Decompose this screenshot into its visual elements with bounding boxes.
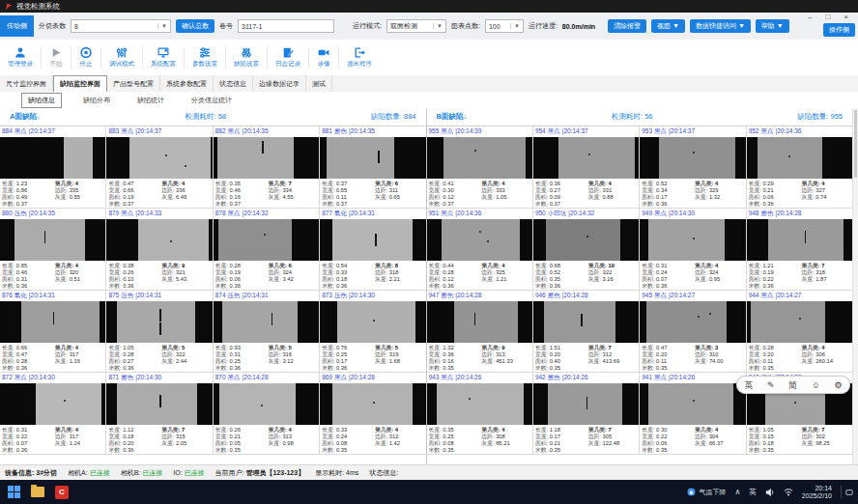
clear-alarm-button[interactable]: 清除报警 (608, 19, 646, 33)
defect-thumbnail[interactable] (640, 137, 745, 179)
defect-thumbnail[interactable] (214, 219, 319, 261)
defect-thumbnail[interactable] (533, 301, 639, 343)
defect-cell[interactable]: 884黑点|20:14:37 长度: 1.23宽度: 0.86面积: 0.49米… (0, 126, 105, 208)
taskbar-clock[interactable]: 20:14 2025/2/10 (802, 485, 832, 500)
defect-cell[interactable]: 869黑点|20:14:28 长度: 0.33宽度: 0.24面积: 0.08米… (320, 373, 425, 454)
defect-cell[interactable]: 877氧化|20:14:31 长度: 0.54宽度: 0.33面积: 0.18米… (320, 209, 425, 290)
chart-points-select[interactable]: 100 ▼ (485, 19, 524, 33)
action-defect-settings[interactable]: 缺陷设置 (226, 46, 267, 69)
defect-cell[interactable]: 941黑点|20:14:26 长度: 0.30宽度: 0.22面积: 0.06米… (640, 373, 745, 454)
defect-thumbnail[interactable] (106, 137, 212, 179)
action-debug[interactable]: 调试模式 (101, 46, 142, 69)
defect-cell[interactable]: 883黑点|20:14:37 长度: 0.47宽度: 0.66面积: 0.19米… (106, 126, 212, 208)
defect-cell[interactable]: 945黑点|20:14:27 长度: 0.47宽度: 0.20面积: 0.11米… (640, 291, 745, 372)
speaker-icon[interactable] (765, 488, 775, 497)
action-log[interactable]: 日志记录 (268, 46, 308, 69)
defect-cell[interactable]: 944黑点|20:14:27 长度: 0.28宽度: 0.20面积: 0.11米… (747, 291, 852, 372)
defect-cell[interactable]: 952黑点|20:14:36 长度: 0.29宽度: 0.21面积: 0.06米… (747, 126, 852, 208)
defect-cell[interactable]: 873压伤|20:14:30 长度: 0.76宽度: 0.25面积: 0.17米… (320, 291, 425, 372)
action-play[interactable]: 开始 (42, 46, 71, 69)
defect-thumbnail[interactable] (214, 383, 319, 425)
defect-cell[interactable]: 874压伤|20:14:31 长度: 0.93宽度: 0.31面积: 0.25米… (214, 291, 319, 372)
ime-emoji-icon[interactable]: ☺ (812, 380, 820, 390)
action-stop[interactable]: 停止 (72, 46, 100, 69)
roll-number-input[interactable]: 3117-1 (238, 19, 334, 33)
tab-2[interactable]: 产品型号配置 (107, 75, 160, 92)
defect-cell[interactable]: 951黑点|20:14:36 长度: 0.44宽度: 0.28面积: 0.12米… (427, 209, 532, 290)
minimize-button[interactable]: – (808, 14, 812, 21)
defect-thumbnail[interactable] (320, 219, 425, 261)
defect-thumbnail[interactable] (320, 301, 425, 343)
defect-thumbnail[interactable] (640, 219, 745, 261)
app-taskbar-button[interactable]: C (53, 484, 71, 501)
subtab-3[interactable]: 分类信息统计 (186, 94, 238, 107)
subtab-0[interactable]: 缺陷信息 (21, 93, 62, 108)
action-exit[interactable]: 退出程序 (339, 46, 380, 69)
ime-pen-icon[interactable]: ✎ (767, 380, 775, 390)
defect-cell[interactable]: 955黑点|20:14:39 长度: 0.41宽度: 0.30面积: 0.12米… (427, 126, 532, 208)
operator-side-button[interactable]: 操作侧 (823, 23, 855, 37)
defect-cell[interactable]: 875压伤|20:14:31 长度: 1.05宽度: 0.28面积: 0.27米… (106, 291, 212, 372)
network-icon[interactable] (784, 488, 793, 497)
subtab-1[interactable]: 缺陷分布 (77, 94, 116, 107)
defect-cell[interactable]: 878黑点|20:14:32 长度: 0.28宽度: 0.19面积: 0.06米… (214, 209, 319, 290)
view-menu-button[interactable]: 视图 ▼ (651, 19, 685, 33)
defect-thumbnail[interactable] (214, 137, 319, 179)
weather-widget[interactable]: 气温下降 (687, 488, 726, 497)
help-menu-button[interactable]: 帮助 ▼ (756, 19, 789, 33)
run-mode-select[interactable]: 双面检测 ▼ (386, 19, 446, 33)
defect-cell[interactable]: 949黑点|20:14:30 长度: 0.31宽度: 0.24面积: 0.07米… (640, 209, 745, 290)
ime-settings-icon[interactable]: ⚙ (835, 380, 843, 390)
file-explorer-button[interactable] (29, 484, 46, 501)
maximize-button[interactable]: □ (825, 14, 830, 21)
defect-cell[interactable]: 950小凹坑|20:14:32 长度: 0.68宽度: 0.52面积: 0.35… (533, 209, 639, 290)
tab-0[interactable]: 尺寸监控界面 (0, 75, 53, 92)
defect-thumbnail[interactable] (106, 219, 212, 261)
defect-thumbnail[interactable] (747, 137, 852, 179)
notification-center-button[interactable] (841, 486, 853, 499)
defect-cell[interactable]: 943黑点|20:14:26 长度: 0.35宽度: 0.25面积: 0.08米… (427, 373, 532, 454)
defect-thumbnail[interactable] (106, 301, 212, 343)
defect-thumbnail[interactable] (533, 219, 639, 261)
defect-cell[interactable]: 879黑点|20:14:33 长度: 0.38宽度: 0.26面积: 0.10米… (106, 209, 212, 290)
defect-thumbnail[interactable] (747, 301, 852, 343)
defect-cell[interactable]: 872黑点|20:14:30 长度: 0.31宽度: 0.22面积: 0.07米… (0, 373, 105, 454)
ime-simplified-toggle[interactable]: 简 (788, 380, 797, 390)
defect-cell[interactable]: 871擦伤|20:14:30 长度: 1.12宽度: 0.18面积: 0.20米… (106, 373, 212, 454)
start-button[interactable] (5, 484, 22, 501)
defect-thumbnail[interactable] (0, 383, 105, 425)
subtab-2[interactable]: 缺陷统计 (131, 94, 170, 107)
defect-cell[interactable]: 881擦伤|20:14:35 长度: 0.37宽度: 0.55面积: 0.11米… (320, 126, 425, 208)
defect-cell[interactable]: 946擦伤|20:14:28 长度: 1.51宽度: 0.20面积: 0.40米… (533, 291, 639, 372)
ime-lang-toggle[interactable]: 英 (744, 380, 753, 390)
defect-thumbnail[interactable] (427, 219, 532, 261)
scrollbar-thumb[interactable] (854, 110, 857, 178)
defect-thumbnail[interactable] (320, 137, 425, 179)
defect-cell[interactable]: 942擦伤|20:14:26 长度: 1.18宽度: 0.17面积: 0.21米… (533, 373, 639, 454)
defect-thumbnail[interactable] (640, 383, 745, 425)
defect-thumbnail[interactable] (640, 301, 745, 343)
tab-5[interactable]: 边缘数据记录 (253, 75, 306, 92)
defect-cell[interactable]: 954黑点|20:14:37 长度: 0.36宽度: 0.27面积: 0.09米… (533, 126, 639, 208)
defect-thumbnail[interactable] (214, 301, 319, 343)
strip-count-select[interactable]: 8 ▼ (71, 19, 171, 33)
defect-thumbnail[interactable] (427, 301, 532, 343)
defect-cell[interactable]: 947擦伤|20:14:28 长度: 1.32宽度: 0.36面积: 0.16米… (427, 291, 532, 372)
quick-access-menu-button[interactable]: 数据快捷访问 ▼ (690, 19, 751, 33)
defect-thumbnail[interactable] (533, 137, 639, 179)
ime-language-indicator[interactable]: 英 (749, 488, 757, 497)
defect-thumbnail[interactable] (533, 383, 639, 425)
tab-1[interactable]: 缺陷监控界面 (53, 75, 107, 93)
vertical-scrollbar[interactable] (852, 108, 858, 464)
action-user[interactable]: 管理登录 (0, 46, 41, 69)
defect-thumbnail[interactable] (0, 137, 105, 179)
defect-cell[interactable]: 882黑点|20:14:35 长度: 0.35宽度: 0.46面积: 0.16米… (214, 126, 319, 208)
defect-thumbnail[interactable] (0, 219, 105, 261)
defect-thumbnail[interactable] (427, 383, 532, 425)
action-params[interactable]: 参数设置 (185, 46, 225, 69)
defect-thumbnail[interactable] (106, 383, 212, 425)
defect-thumbnail[interactable] (0, 301, 105, 343)
close-button[interactable]: × (844, 14, 848, 21)
defect-thumbnail[interactable] (320, 383, 425, 425)
defect-cell[interactable]: 876氧化|20:14:31 长度: 0.66宽度: 0.47面积: 0.28米… (0, 291, 105, 372)
